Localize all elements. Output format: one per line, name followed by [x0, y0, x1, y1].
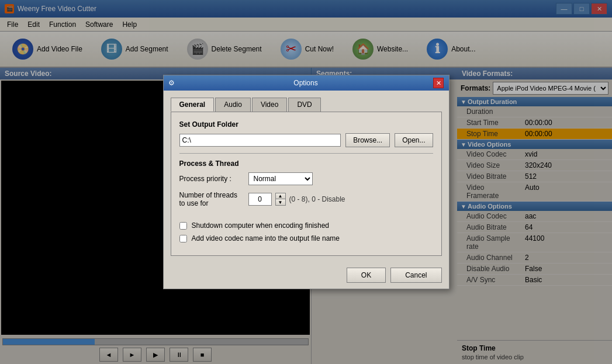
output-folder-title: Set Output Folder [179, 120, 433, 129]
checkbox-codec-label: Add video codec name into the output fil… [192, 234, 340, 242]
threads-note: (0 - 8), 0 - Disable [289, 195, 345, 203]
priority-label: Process priority : [179, 175, 244, 183]
dialog-titlebar: ⚙ Options ✕ [164, 75, 449, 91]
tab-video[interactable]: Video [252, 98, 287, 112]
dialog-title: Options [293, 79, 317, 87]
output-folder-row: Browse... Open... [179, 133, 433, 147]
browse-button[interactable]: Browse... [345, 133, 390, 147]
checkbox-shutdown-row: Shutdown computer when encoding finished [179, 221, 433, 230]
tab-audio[interactable]: Audio [215, 98, 251, 112]
checkbox-shutdown-label: Shutdown computer when encoding finished [192, 221, 330, 230]
checkbox-codec-row: Add video codec name into the output fil… [179, 234, 433, 242]
spin-down-button[interactable]: ▼ [276, 199, 285, 205]
threads-spinner: ▲ ▼ [275, 193, 286, 206]
dialog-footer: OK Cancel [164, 263, 449, 289]
threads-row: Number of threads to use for ▲ ▼ (0 - 8)… [179, 191, 433, 207]
dialog-title-icon: ⚙ [168, 79, 175, 87]
open-button[interactable]: Open... [395, 133, 433, 147]
threads-label: Number of threads to use for [179, 191, 244, 207]
tab-general[interactable]: General [171, 98, 215, 112]
options-dialog: ⚙ Options ✕ General Audio Video DVD Set … [163, 75, 450, 289]
threads-group: ▲ ▼ (0 - 8), 0 - Disable [248, 193, 345, 206]
output-folder-input[interactable] [179, 134, 341, 147]
ok-button[interactable]: OK [347, 268, 386, 283]
priority-row: Process priority : Normal [179, 172, 433, 185]
dialog-tabs: General Audio Video DVD [171, 98, 442, 112]
spin-up-button[interactable]: ▲ [276, 193, 285, 199]
spacer [179, 213, 433, 221]
process-section: Process & Thread Process priority : Norm… [179, 160, 433, 207]
modal-overlay: ⚙ Options ✕ General Audio Video DVD Set … [0, 0, 612, 364]
threads-input[interactable] [248, 193, 272, 206]
dialog-close-button[interactable]: ✕ [433, 78, 444, 88]
checkbox-codec[interactable] [179, 235, 187, 242]
divider-1 [179, 153, 433, 154]
process-thread-title: Process & Thread [179, 160, 433, 168]
priority-select[interactable]: Normal [248, 172, 313, 185]
cancel-button[interactable]: Cancel [390, 268, 441, 283]
checkbox-shutdown[interactable] [179, 222, 187, 230]
tab-content-general: Set Output Folder Browse... Open... Proc… [171, 112, 442, 256]
tab-dvd[interactable]: DVD [288, 98, 320, 112]
dialog-content: General Audio Video DVD Set Output Folde… [164, 91, 449, 263]
